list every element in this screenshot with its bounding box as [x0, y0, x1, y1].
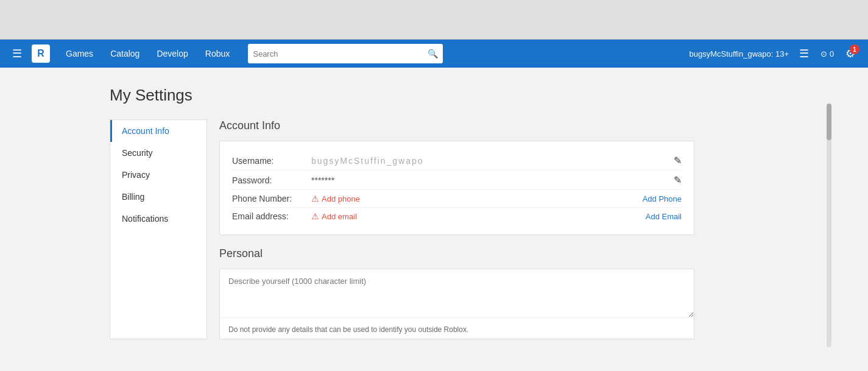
- robux-btn[interactable]: ⊙ 0: [817, 43, 838, 64]
- add-phone-inline-label: Add phone: [322, 194, 360, 203]
- search-icon: 🔍: [428, 49, 438, 58]
- scrollbar-track: [827, 104, 831, 347]
- scrollbar-thumb[interactable]: [827, 104, 831, 140]
- password-edit-icon[interactable]: ✎: [674, 174, 682, 186]
- account-info-title: Account Info: [219, 119, 868, 132]
- main-content: Account Info Username: bugsyMcStuffin_gw…: [207, 119, 868, 339]
- add-email-inline[interactable]: ⚠ Add email: [311, 211, 357, 221]
- phone-row: Phone Number: ⚠ Add phone Add Phone: [232, 190, 682, 208]
- nav-games[interactable]: Games: [57, 40, 102, 68]
- nav-links: Games Catalog Develop Robux: [57, 40, 238, 68]
- username-edit-icon[interactable]: ✎: [674, 155, 682, 166]
- add-email-inline-label: Add email: [322, 212, 357, 221]
- sidebar-item-account-info[interactable]: Account Info: [110, 120, 206, 142]
- page-title: My Settings: [110, 86, 868, 105]
- email-row: Email address: ⚠ Add email Add Email: [232, 208, 682, 225]
- email-label-field: Email address:: [232, 211, 311, 221]
- nav-right: bugsyMcStuffin_gwapo: 13+ ☰ ⊙ 0 ⚙ 1: [690, 43, 861, 64]
- sidebar: Account Info Security Privacy Billing No…: [110, 119, 207, 339]
- search-bar: 🔍: [248, 44, 443, 63]
- password-row: Password: ******* ✎: [232, 171, 682, 190]
- password-value: *******: [311, 175, 674, 185]
- username-value: bugsyMcStuffin_gwapo: [311, 156, 674, 166]
- account-info-card: Username: bugsyMcStuffin_gwapo ✎ Passwor…: [219, 141, 694, 235]
- bio-textarea[interactable]: [220, 269, 694, 318]
- messages-icon-btn[interactable]: ☰: [794, 43, 814, 64]
- username-label-field: Username:: [232, 156, 311, 166]
- nav-catalog[interactable]: Catalog: [102, 40, 148, 68]
- sidebar-item-notifications[interactable]: Notifications: [110, 208, 206, 230]
- settings-icon-btn[interactable]: ⚙ 1: [840, 43, 861, 64]
- search-input[interactable]: [253, 49, 428, 58]
- password-label-field: Password:: [232, 175, 311, 185]
- sidebar-item-billing[interactable]: Billing: [110, 186, 206, 208]
- sidebar-item-privacy[interactable]: Privacy: [110, 164, 206, 186]
- email-warning-icon: ⚠: [311, 211, 319, 221]
- browser-chrome: [0, 0, 868, 40]
- settings-layout: Account Info Security Privacy Billing No…: [110, 119, 868, 339]
- username-row: Username: bugsyMcStuffin_gwapo ✎: [232, 151, 682, 171]
- add-phone-inline[interactable]: ⚠ Add phone: [311, 194, 360, 203]
- navbar: ☰ R Games Catalog Develop Robux 🔍 bugsyM…: [0, 40, 868, 68]
- notification-badge: 1: [850, 44, 859, 54]
- personal-hint: Do not provide any details that can be u…: [220, 320, 694, 339]
- roblox-logo[interactable]: R: [32, 44, 50, 63]
- add-email-button[interactable]: Add Email: [646, 212, 682, 221]
- phone-label-field: Phone Number:: [232, 194, 311, 203]
- phone-warning-icon: ⚠: [311, 194, 319, 203]
- hamburger-menu[interactable]: ☰: [7, 44, 27, 63]
- add-phone-button[interactable]: Add Phone: [643, 194, 682, 203]
- username-label: bugsyMcStuffin_gwapo: 13+: [690, 49, 789, 58]
- robux-count: 0: [830, 49, 834, 58]
- personal-card: Do not provide any details that can be u…: [219, 269, 694, 339]
- nav-robux[interactable]: Robux: [197, 40, 238, 68]
- robux-icon: ⊙: [820, 49, 827, 58]
- nav-develop[interactable]: Develop: [148, 40, 196, 68]
- page-content: My Settings Account Info Security Privac…: [0, 68, 868, 371]
- sidebar-item-security[interactable]: Security: [110, 142, 206, 164]
- personal-title: Personal: [219, 247, 868, 260]
- messages-icon: ☰: [799, 47, 809, 60]
